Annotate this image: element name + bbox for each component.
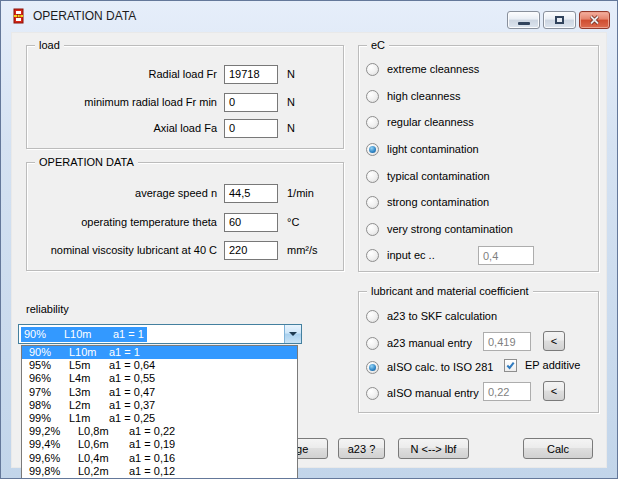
radio-label: regular cleanness [387,116,474,128]
radio-icon [366,310,379,323]
min-radial-load-unit: N [278,96,295,108]
close-button[interactable] [579,11,610,29]
window-title: OPERATION DATA [33,9,136,23]
checkbox-checked-icon [504,359,517,372]
radial-load-label: Radial load Fr [31,68,224,80]
ec-group-label: eC [367,39,389,52]
radio-label: very strong contamination [387,223,513,235]
input-ec-field: 0,4 [478,246,534,265]
reliability-option[interactable]: 99,2%L0,8ma1 = 0,22 [22,425,297,438]
radio-icon [366,337,379,350]
aiso-transfer-button[interactable]: < [543,381,565,401]
radial-load-unit: N [278,68,295,80]
radio-regular-cleanness[interactable]: regular cleanness [366,115,474,129]
radio-icon [366,90,379,103]
radio-label: light contamination [387,143,479,155]
nominal-viscosity-unit: mm²/s [278,244,318,256]
minimize-button[interactable] [507,11,540,29]
radio-checked-icon [366,143,379,156]
reliability-dropdown-list: 90%L10ma1 = 1 95%L5ma1 = 0,64 96%L4ma1 =… [21,345,298,479]
operation-data-group-label: OPERATION DATA [35,156,138,169]
operating-temperature-unit: °C [278,216,299,228]
radio-high-cleanness[interactable]: high cleanness [366,89,460,103]
radial-load-row: Radial load Fr 19718 N [31,64,295,84]
close-icon [589,15,600,25]
min-radial-load-input[interactable]: 0 [224,93,278,112]
reliability-selected-pct: 90% [24,328,64,340]
radio-aiso-manual[interactable]: aISO manual entry [366,386,479,400]
radial-load-input[interactable]: 19718 [224,65,278,84]
reliability-option[interactable]: 98%L2ma1 = 0,37 [22,399,297,412]
reliability-option[interactable]: 99,6%L0,4ma1 = 0,16 [22,452,297,465]
ec-group: eC [358,45,599,272]
average-speed-row: average speed n 44,5 1/min [31,183,314,203]
ep-additive-checkbox-row[interactable]: EP additive [504,358,580,372]
a23-manual-field: 0,419 [483,332,531,351]
nominal-viscosity-label: nominal viscosity lubricant at 40 C [31,244,224,256]
radio-icon [366,249,379,262]
reliability-selected-life: L10m [64,328,113,340]
radio-input-ec[interactable]: input ec .. [366,248,435,262]
average-speed-input[interactable]: 44,5 [224,184,278,203]
radio-a23-manual[interactable]: a23 manual entry [366,336,472,350]
reliability-option[interactable]: 99%L1ma1 = 0,25 [22,412,297,425]
reliability-option[interactable]: 90%L10ma1 = 1 [22,346,297,359]
nominal-viscosity-row: nominal viscosity lubricant at 40 C 220 … [31,240,318,260]
axial-load-input[interactable]: 0 [224,119,278,138]
reliability-dropdown-button[interactable] [284,325,301,343]
axial-load-label: Axial load Fa [31,122,224,134]
radio-icon [366,196,379,209]
ep-additive-label: EP additive [525,359,580,371]
radio-label: a23 manual entry [387,337,472,349]
maximize-button[interactable] [543,11,576,29]
min-radial-load-row: minimum radial load Fr min 0 N [31,92,295,112]
average-speed-label: average speed n [31,187,224,199]
operating-temperature-input[interactable]: 60 [224,213,278,232]
radio-typical-contamination[interactable]: typical contamination [366,169,490,183]
axial-load-unit: N [278,122,295,134]
aiso-manual-field: 0,22 [483,382,531,401]
lubricant-group-label: lubricant and material coefficient [367,285,533,298]
a23-transfer-button[interactable]: < [543,331,565,351]
load-group-label: load [35,39,64,52]
radio-label: input ec .. [387,249,435,261]
radio-label: aISO calc. to ISO 281 [387,361,493,373]
reliability-selected-value: 90% L10m a1 = 1 [21,327,147,342]
radio-a23-skf[interactable]: a23 to SKF calculation [366,309,497,323]
chevron-down-icon [289,332,297,336]
operating-temperature-label: operating temperature theta [31,216,224,228]
dialog-window: OPERATION DATA load Radial load Fr 19718… [0,0,618,479]
radio-light-contamination[interactable]: light contamination [366,142,479,156]
operating-temperature-row: operating temperature theta 60 °C [31,212,299,232]
radio-icon [366,116,379,129]
calc-button[interactable]: Calc [523,438,593,459]
radio-label: typical contamination [387,170,490,182]
radio-icon [366,170,379,183]
a23-help-button[interactable]: a23 ? [338,438,385,459]
radio-extreme-cleanness[interactable]: extreme cleanness [366,62,479,76]
radio-label: a23 to SKF calculation [387,310,497,322]
reliability-selected-a1: a1 = 1 [113,328,144,340]
radio-icon [366,223,379,236]
radio-aiso-calc[interactable]: aISO calc. to ISO 281 [366,360,493,374]
reliability-option[interactable]: 97%L3ma1 = 0,47 [22,386,297,399]
average-speed-unit: 1/min [278,187,314,199]
minimize-icon [518,22,530,25]
app-icon [11,8,27,24]
reliability-option[interactable]: 96%L4ma1 = 0,55 [22,372,297,385]
radio-checked-icon [366,361,379,374]
radio-very-strong-contamination[interactable]: very strong contamination [366,222,513,236]
reliability-option[interactable]: 99,8%L0,2ma1 = 0,12 [22,465,297,478]
min-radial-load-label: minimum radial load Fr min [31,96,224,108]
unit-toggle-button[interactable]: N <--> lbf [398,438,469,459]
axial-load-row: Axial load Fa 0 N [31,118,295,138]
radio-strong-contamination[interactable]: strong contamination [366,195,489,209]
radio-label: high cleanness [387,90,460,102]
radio-label: aISO manual entry [387,387,479,399]
nominal-viscosity-input[interactable]: 220 [224,241,278,260]
radio-label: extreme cleanness [387,63,479,75]
reliability-option[interactable]: 99,4%L0,6ma1 = 0,19 [22,438,297,451]
reliability-option[interactable]: 95%L5ma1 = 0,64 [22,359,297,372]
title-bar[interactable]: OPERATION DATA [1,1,617,32]
reliability-combobox[interactable]: 90% L10m a1 = 1 [18,324,302,344]
